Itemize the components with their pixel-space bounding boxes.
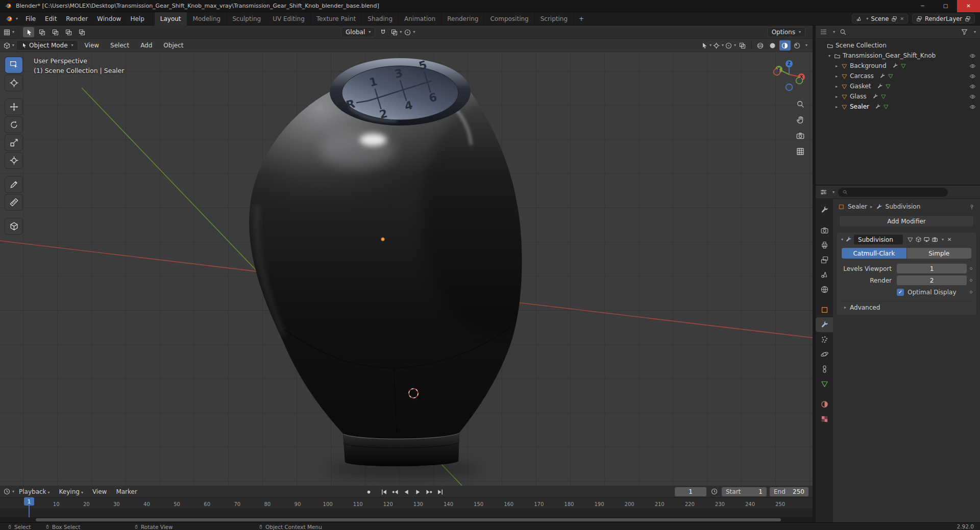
tool-measure[interactable] <box>5 194 22 210</box>
menu-select[interactable]: Select <box>106 39 134 52</box>
options-dropdown[interactable]: Options ▾ <box>767 27 805 37</box>
tab-tool[interactable] <box>816 203 833 217</box>
expand-icon[interactable]: ▸ <box>834 64 839 68</box>
object-visibility-dropdown[interactable]: ▾ <box>700 40 712 51</box>
advanced-subpanel-header[interactable]: ▸ Advanced <box>841 301 972 313</box>
tab-texture[interactable] <box>816 412 833 426</box>
tool-rotate[interactable] <box>5 117 22 133</box>
display-cage-toggle-icon[interactable] <box>907 236 914 243</box>
expand-icon[interactable]: ▸ <box>834 105 839 109</box>
shading-wireframe-button[interactable] <box>755 40 766 51</box>
timeline-playhead[interactable]: 1 <box>29 498 30 517</box>
tab-material[interactable] <box>816 397 833 412</box>
minimize-button[interactable]: ─ <box>911 0 934 12</box>
tab-particles[interactable] <box>816 332 833 347</box>
start-frame-field[interactable]: Start 1 <box>722 487 767 496</box>
scene-selector[interactable]: ▾ Scene ✕ <box>852 14 908 23</box>
select-mode-extend-button[interactable] <box>50 27 61 37</box>
jump-to-start-button[interactable] <box>379 487 389 497</box>
next-keyframe-button[interactable] <box>424 487 434 497</box>
preview-range-button[interactable] <box>710 488 718 495</box>
shading-solid-button[interactable] <box>767 40 778 51</box>
tool-transform[interactable] <box>5 153 22 168</box>
end-frame-field[interactable]: End 250 <box>770 487 808 496</box>
display-editmode-toggle-icon[interactable] <box>915 236 922 243</box>
timeline-scrollbar-thumb[interactable] <box>36 518 781 521</box>
timeline-track[interactable] <box>0 509 813 517</box>
modifier-extras-icon[interactable]: ▾ <box>942 238 944 242</box>
workspace-tab-uv-editing[interactable]: UV Editing <box>266 12 310 26</box>
menu-view[interactable]: View <box>80 39 104 52</box>
workspace-tab-scripting[interactable]: Scripting <box>534 12 573 26</box>
catmull-clark-button[interactable]: Catmull-Clark <box>842 248 906 259</box>
outliner-editor-icon[interactable] <box>820 28 827 36</box>
tool-select-box[interactable] <box>5 57 22 73</box>
menu-edit[interactable]: Edit <box>40 12 61 26</box>
shading-material-button[interactable] <box>779 40 791 51</box>
expand-icon[interactable]: ▸ <box>834 84 839 89</box>
expand-icon[interactable]: ▾ <box>827 54 832 58</box>
blender-menu-button[interactable]: ▾ <box>0 15 21 23</box>
tab-object[interactable] <box>816 302 833 317</box>
outliner-row-glass[interactable]: ▸ Glass <box>816 91 980 102</box>
close-button[interactable]: ✕ <box>957 0 980 12</box>
display-realtime-toggle-icon[interactable] <box>923 236 930 243</box>
simple-button[interactable]: Simple <box>907 248 972 259</box>
tool-cursor[interactable] <box>5 75 22 91</box>
outliner-row-background[interactable]: ▸ Background <box>816 61 980 71</box>
eye-icon[interactable] <box>969 73 976 80</box>
breadcrumb-modifier[interactable]: Subdivision <box>886 203 921 210</box>
search-icon[interactable] <box>839 28 847 36</box>
editor-type-button[interactable]: ▾ <box>3 27 14 37</box>
expand-icon[interactable]: ▸ <box>834 94 839 99</box>
outliner-row-gasket[interactable]: ▸ Gasket <box>816 81 980 91</box>
tab-constraints[interactable] <box>816 362 833 376</box>
tab-scene[interactable] <box>816 267 833 282</box>
viewport-editor-type-button[interactable]: ▾ <box>3 40 14 51</box>
levels-viewport-field[interactable]: 1 <box>897 264 967 273</box>
new-scene-icon[interactable] <box>891 16 897 22</box>
menu-help[interactable]: Help <box>126 12 149 26</box>
workspace-tab-animation[interactable]: Animation <box>398 12 441 26</box>
filter-icon[interactable] <box>961 28 968 36</box>
play-reverse-button[interactable] <box>401 487 411 497</box>
select-mode-set-button[interactable] <box>36 27 47 37</box>
timeline-ruler[interactable]: 1020304050607080901001101201301401501601… <box>0 498 813 509</box>
play-button[interactable] <box>412 487 423 497</box>
current-frame-field[interactable]: 1 <box>675 487 706 496</box>
modifier-close-icon[interactable]: ✕ <box>946 237 953 242</box>
timeline-editor-type-button[interactable]: ▾ <box>3 487 14 497</box>
display-render-toggle-icon[interactable] <box>932 236 938 243</box>
menu-marker[interactable]: Marker <box>111 486 141 498</box>
navigation-gizmo[interactable]: X Y Z <box>770 55 808 94</box>
shading-rendered-button[interactable] <box>792 40 803 51</box>
breadcrumb-object[interactable]: Sealer <box>848 203 867 210</box>
menu-file[interactable]: File <box>21 12 40 26</box>
view-layer-selector[interactable]: RenderLayer <box>912 14 975 23</box>
overlays-dropdown[interactable]: ▾ <box>725 40 736 51</box>
menu-render[interactable]: Render <box>61 12 92 26</box>
properties-search-input[interactable] <box>838 188 948 197</box>
eye-icon[interactable] <box>969 53 976 59</box>
tool-scale[interactable] <box>5 135 22 150</box>
previous-keyframe-button[interactable] <box>390 487 400 497</box>
eye-icon[interactable] <box>969 63 976 69</box>
select-mode-subtract-button[interactable] <box>63 27 74 37</box>
gizmos-dropdown[interactable]: ▾ <box>713 40 724 51</box>
menu-keying[interactable]: Keying▾ <box>55 486 88 498</box>
maximize-button[interactable]: □ <box>934 0 957 12</box>
workspace-tab-sculpting[interactable]: Sculpting <box>226 12 266 26</box>
outliner-row-sealer[interactable]: ▸ Sealer <box>816 102 980 112</box>
tool-annotate[interactable] <box>5 176 22 192</box>
menu-view-timeline[interactable]: View <box>88 486 111 498</box>
outliner-row-collection[interactable]: ▾ Transmission_Gear_Shift_Knob <box>816 51 980 61</box>
workspace-tab-rendering[interactable]: Rendering <box>441 12 484 26</box>
properties-editor-icon[interactable] <box>820 188 827 196</box>
add-modifier-button[interactable]: Add Modifier <box>839 215 974 227</box>
unlink-scene-icon[interactable]: ✕ <box>900 16 904 21</box>
auto-key-button[interactable] <box>363 487 374 497</box>
xray-toggle-button[interactable] <box>737 40 748 51</box>
viewport-3d[interactable]: R 1 3 5 2 4 6 User Perspective <box>0 52 813 486</box>
camera-view-button[interactable] <box>795 131 805 141</box>
active-tool-button[interactable] <box>23 27 34 37</box>
